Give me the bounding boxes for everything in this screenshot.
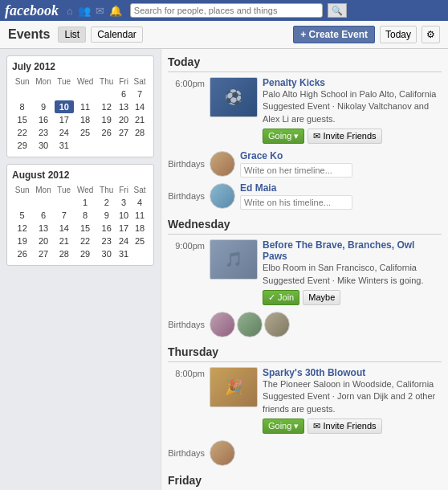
birthday-avatar[interactable] (237, 312, 263, 337)
event-title[interactable]: Before The Brave, Branches, Owl Paws (263, 239, 442, 262)
calendar-day[interactable]: 30 (96, 247, 116, 260)
calendar-day[interactable]: 29 (12, 139, 32, 152)
event-title[interactable]: Penalty Kicks (263, 77, 442, 88)
birthday-avatar[interactable] (210, 312, 235, 337)
calendar-day[interactable]: 11 (74, 100, 97, 113)
birthday-avatar[interactable] (210, 183, 235, 209)
search-input[interactable] (130, 3, 323, 18)
calendar-day[interactable]: 20 (116, 113, 131, 126)
calendar-day[interactable]: 23 (96, 235, 116, 247)
calendar-day[interactable]: 8 (74, 209, 97, 222)
calendar-day[interactable]: 19 (96, 113, 116, 126)
calendar-day[interactable]: 27 (116, 126, 131, 139)
messages-icon[interactable]: ✉ (96, 5, 104, 17)
create-event-button[interactable]: + Create Event (293, 26, 375, 43)
calendar-day[interactable]: 25 (74, 126, 97, 139)
today-button[interactable]: Today (380, 26, 417, 43)
calendar-day[interactable]: 10 (55, 100, 74, 113)
calendar-day[interactable]: 17 (116, 222, 131, 235)
calendar-day[interactable]: 24 (55, 126, 74, 139)
friends-icon[interactable]: 👥 (78, 5, 91, 17)
calendar-day[interactable]: 30 (32, 139, 54, 152)
calendar-grid: SunMonTueWedThuFriSat1234567891011121314… (12, 184, 149, 260)
invite-friends-button[interactable]: Maybe (303, 290, 340, 305)
birthday-avatar[interactable] (210, 440, 235, 466)
calendar-day[interactable]: 7 (131, 88, 149, 100)
calendar-day[interactable]: 29 (74, 247, 97, 260)
calendar-day[interactable]: 18 (74, 113, 97, 126)
calendar-day[interactable]: 6 (32, 209, 54, 222)
home-icon[interactable]: ⌂ (67, 5, 73, 17)
list-view-button[interactable]: List (58, 27, 86, 43)
calendar-day[interactable]: 13 (32, 222, 54, 235)
cal-day-header: Fri (116, 184, 131, 196)
birthday-write-input[interactable] (240, 163, 352, 178)
invite-friends-button[interactable]: ✉ Invite Friends (307, 419, 381, 434)
calendar-day[interactable]: 16 (32, 113, 54, 126)
calendar-day[interactable]: 9 (32, 100, 54, 113)
calendar-day (55, 88, 74, 100)
calendar-day[interactable]: 20 (32, 235, 54, 247)
calendar-day[interactable]: 27 (32, 247, 54, 260)
calendar-day[interactable]: 12 (12, 222, 32, 235)
calendar-day[interactable]: 14 (131, 100, 149, 113)
calendar-day[interactable]: 14 (55, 222, 74, 235)
going-button[interactable]: Going ▾ (263, 419, 304, 434)
calendar-day[interactable]: 4 (131, 196, 149, 209)
calendar-day[interactable]: 22 (12, 126, 32, 139)
settings-button[interactable]: ⚙ (422, 26, 440, 43)
calendar-day[interactable]: 5 (12, 209, 32, 222)
calendar-day[interactable]: 15 (12, 113, 32, 126)
calendar-day[interactable]: 7 (55, 209, 74, 222)
calendar-day[interactable]: 2 (96, 196, 116, 209)
cal-day-header: Wed (74, 76, 97, 88)
birthday-write-input[interactable] (240, 195, 352, 210)
birthday-label: Birthdays (168, 320, 205, 329)
birthday-avatar[interactable] (264, 312, 290, 337)
event-thumbnail: 🎉 (210, 367, 258, 407)
calendar-day (116, 139, 131, 152)
birthday-label: Birthdays (168, 448, 205, 458)
calendar-day[interactable]: 1 (74, 196, 97, 209)
invite-friends-button[interactable]: ✉ Invite Friends (307, 129, 381, 144)
calendar-day[interactable]: 23 (32, 126, 54, 139)
going-button[interactable]: Going ▾ (263, 129, 304, 144)
calendar-day[interactable]: 22 (74, 235, 97, 247)
event-thumbnail: ⚽ (210, 77, 258, 117)
calendar-day[interactable]: 25 (131, 235, 149, 247)
calendar-day (96, 88, 116, 100)
cal-day-header: Sun (12, 184, 32, 196)
calendar-day[interactable]: 10 (116, 209, 131, 222)
calendar-day[interactable]: 18 (131, 222, 149, 235)
calendar-day[interactable]: 8 (12, 100, 32, 113)
calendar-day[interactable]: 21 (55, 235, 74, 247)
calendar-day[interactable]: 28 (131, 126, 149, 139)
calendar-day[interactable]: 31 (55, 139, 74, 152)
event-title[interactable]: Sparky's 30th Blowout (263, 367, 442, 378)
calendar-day[interactable]: 26 (12, 247, 32, 260)
search-button[interactable]: 🔍 (328, 3, 347, 18)
calendar-day[interactable]: 28 (55, 247, 74, 260)
calendar-day[interactable]: 19 (12, 235, 32, 247)
calendar-day[interactable]: 24 (116, 235, 131, 247)
calendar-day[interactable]: 3 (116, 196, 131, 209)
calendar-day[interactable]: 12 (96, 100, 116, 113)
calendar-day[interactable]: 26 (96, 126, 116, 139)
calendar-day[interactable]: 21 (131, 113, 149, 126)
birthday-avatar[interactable] (210, 151, 235, 177)
calendar-day[interactable]: 11 (131, 209, 149, 222)
calendar-august2012: August 2012SunMonTueWedThuFriSat12345678… (6, 164, 154, 266)
events-content: Today6:00pm⚽Penalty KicksPalo Alto High … (161, 49, 448, 490)
calendar-day[interactable]: 13 (116, 100, 131, 113)
calendar-day[interactable]: 16 (96, 222, 116, 235)
going-button[interactable]: ✓ Join (263, 290, 299, 305)
calendar-day[interactable]: 6 (116, 88, 131, 100)
calendar-view-button[interactable]: Calendar (91, 27, 143, 43)
calendar-day[interactable]: 31 (116, 247, 131, 260)
calendar-day[interactable]: 9 (96, 209, 116, 222)
birthday-name[interactable]: Grace Ko (240, 150, 352, 161)
birthday-name[interactable]: Ed Maia (240, 182, 352, 194)
calendar-day[interactable]: 17 (55, 113, 74, 126)
calendar-day[interactable]: 15 (74, 222, 97, 235)
notifications-icon[interactable]: 🔔 (109, 5, 122, 17)
